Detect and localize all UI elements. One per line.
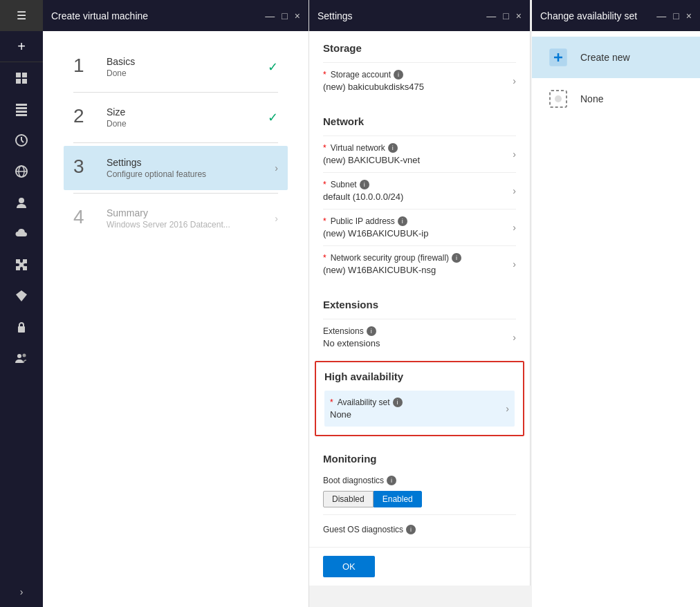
wizard-maximize-button[interactable]: □	[282, 10, 287, 21]
sidebar-item-grid[interactable]	[0, 93, 43, 124]
virtual-network-info-icon: i	[388, 143, 398, 153]
sidebar-item-people[interactable]	[0, 342, 43, 373]
availability-controls: — □ ×	[656, 10, 692, 21]
extensions-info-icon: i	[367, 326, 376, 336]
boot-diagnostics-disabled-button[interactable]: Disabled	[323, 491, 374, 507]
monitoring-section-title: Monitoring	[323, 453, 516, 465]
step-4-subtitle: Windows Server 2016 Datacent...	[107, 220, 275, 230]
storage-row-arrow: ›	[513, 75, 516, 86]
step-1-content: Basics Done	[107, 56, 268, 78]
svg-point-17	[17, 354, 21, 358]
wizard-step-basics[interactable]: 1 Basics Done ✓	[64, 45, 288, 89]
high-availability-title: High availability	[324, 371, 515, 382]
wizard-step-settings[interactable]: 3 Settings Configure optional features ›	[64, 146, 288, 190]
step-divider-2	[73, 142, 278, 143]
network-section: Network * Virtual network i (new) BAKICU…	[309, 104, 530, 288]
availability-set-info-icon: i	[393, 398, 403, 407]
settings-scroll-area[interactable]: Storage * Storage account i (new) bakicu…	[309, 31, 530, 586]
step-3-content: Settings Configure optional features	[107, 157, 275, 179]
wizard-title: Create virtual machine	[51, 10, 148, 21]
sidebar-item-puzzle[interactable]	[0, 249, 43, 280]
none-label: None	[580, 93, 603, 104]
step-3-title: Settings	[107, 157, 275, 168]
sidebar-item-globe[interactable]	[0, 156, 43, 187]
step-4-title: Summary	[107, 207, 275, 218]
step-divider-3	[73, 193, 278, 194]
sidebar-expand-button[interactable]: ›	[0, 576, 43, 607]
storage-account-row[interactable]: * Storage account i (new) bakicubukdisks…	[323, 62, 516, 99]
svg-rect-1	[22, 73, 27, 77]
settings-close-button[interactable]: ×	[516, 10, 522, 21]
availability-set-row[interactable]: * Availability set i None ›	[324, 391, 515, 427]
subnet-info-icon: i	[360, 180, 369, 189]
hamburger-button[interactable]: ☰	[0, 0, 43, 31]
wizard-step-size[interactable]: 2 Size Done ✓	[64, 95, 288, 140]
dashboard-icon	[15, 71, 28, 85]
sidebar: ☰ + ›	[0, 0, 43, 607]
svg-rect-7	[16, 114, 27, 116]
availability-item-none[interactable]: None	[532, 78, 700, 120]
svg-rect-4	[16, 104, 27, 106]
step-divider-1	[73, 92, 278, 93]
step-1-subtitle: Done	[107, 68, 268, 78]
boot-diagnostics-toggle: Disabled Enabled	[323, 491, 516, 507]
nsg-row[interactable]: * Network security group (firewall) i (n…	[323, 245, 516, 282]
availability-minimize-button[interactable]: —	[656, 10, 666, 21]
wizard-minimize-button[interactable]: —	[265, 10, 275, 21]
grid-icon	[15, 102, 28, 116]
availability-header: Change availability set — □ ×	[532, 0, 700, 31]
puzzle-icon	[15, 258, 28, 272]
svg-rect-3	[22, 79, 27, 84]
wizard-step-summary: 4 Summary Windows Server 2016 Datacent..…	[64, 196, 288, 241]
create-new-icon	[546, 45, 571, 70]
sidebar-item-lock[interactable]	[0, 311, 43, 342]
user-icon	[15, 196, 28, 209]
sidebar-item-clock[interactable]	[0, 124, 43, 156]
settings-maximize-button[interactable]: □	[503, 10, 508, 21]
availability-item-create-new[interactable]: Create new	[532, 37, 700, 78]
settings-minimize-button[interactable]: —	[486, 10, 496, 21]
virtual-network-row[interactable]: * Virtual network i (new) BAKICUBUK-vnet…	[323, 136, 516, 172]
step-3-number: 3	[73, 157, 98, 176]
hamburger-icon: ☰	[17, 9, 26, 22]
svg-rect-0	[16, 73, 21, 77]
public-ip-row[interactable]: * Public IP address i (new) W16BAKICUBUK…	[323, 209, 516, 245]
subnet-value: default (10.0.0.0/24)	[323, 192, 513, 202]
sidebar-item-diamond[interactable]	[0, 280, 43, 311]
subnet-label: Subnet	[331, 180, 357, 189]
availability-panel: Change availability set — □ × Create new	[532, 0, 700, 607]
boot-diagnostics-enabled-button[interactable]: Enabled	[374, 491, 422, 507]
create-new-label: Create new	[580, 52, 630, 63]
step-2-content: Size Done	[107, 106, 268, 129]
diamond-icon	[15, 289, 28, 303]
settings-controls: — □ ×	[486, 10, 522, 21]
wizard-header: Create virtual machine — □ ×	[43, 0, 308, 31]
storage-account-value: (new) bakicubukdisks475	[323, 82, 513, 92]
high-availability-section: High availability * Availability set i N…	[315, 361, 524, 436]
nsg-info-icon: i	[452, 253, 461, 263]
add-button[interactable]: +	[0, 31, 43, 62]
svg-rect-2	[16, 79, 21, 84]
availability-set-label: Availability set	[338, 398, 390, 407]
storage-account-label: Storage account	[331, 70, 391, 80]
subnet-row[interactable]: * Subnet i default (10.0.0.0/24) ›	[323, 172, 516, 209]
svg-rect-6	[16, 111, 27, 113]
svg-line-10	[21, 140, 24, 142]
virtual-network-label: Virtual network	[331, 143, 385, 153]
step-2-title: Size	[107, 106, 268, 118]
extensions-row[interactable]: Extensions i No extensions ›	[323, 319, 516, 355]
availability-maximize-button[interactable]: □	[673, 10, 679, 21]
sidebar-item-cloud[interactable]	[0, 218, 43, 249]
step-2-number: 2	[73, 106, 98, 126]
storage-section-title: Storage	[323, 42, 516, 54]
sidebar-item-dashboard[interactable]	[0, 62, 43, 93]
sidebar-item-user[interactable]	[0, 187, 43, 218]
svg-marker-15	[16, 290, 27, 301]
storage-required-mark: *	[323, 70, 326, 80]
availability-close-button[interactable]: ×	[686, 10, 692, 21]
guest-os-diagnostics-group: Guest OS diagnostics i	[323, 514, 516, 541]
ok-button[interactable]: OK	[323, 556, 375, 577]
people-icon	[15, 351, 28, 365]
wizard-close-button[interactable]: ×	[295, 10, 300, 21]
settings-panel: Settings — □ × Storage * Storage accoun	[309, 0, 531, 586]
